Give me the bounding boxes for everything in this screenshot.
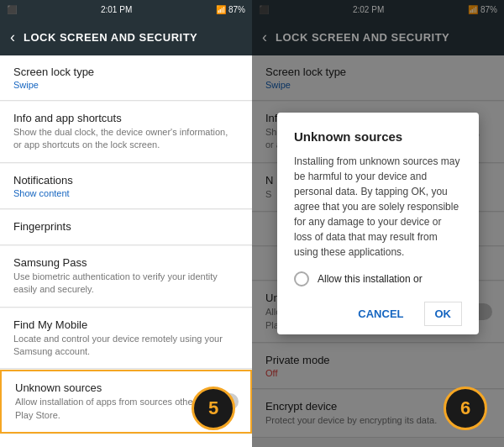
left-back-button[interactable]: ‹: [10, 29, 15, 46]
samsung-pass-desc: Use biometric authentication to verify y…: [13, 271, 239, 297]
private-mode-item[interactable]: Private mode Off: [0, 434, 252, 447]
info-shortcuts-item[interactable]: Info and app shortcuts Show the dual clo…: [0, 102, 252, 163]
dialog-title: Unknown sources: [294, 129, 462, 144]
left-top-bar: ‹ LOCK SCREEN AND SECURITY: [0, 18, 252, 55]
dialog-radio-button[interactable]: [294, 271, 309, 287]
dialog-option-label: Allow this installation or: [318, 273, 423, 285]
left-status-bar: ⬛ 2:01 PM 📶 87%: [0, 0, 252, 18]
notifications-title: Notifications: [13, 174, 239, 187]
dialog-option-row: Allow this installation or: [294, 271, 462, 287]
unknown-sources-dialog: Unknown sources Installing from unknown …: [277, 113, 479, 334]
dialog-overlay: Unknown sources Installing from unknown …: [252, 0, 504, 447]
left-page-title: LOCK SCREEN AND SECURITY: [24, 31, 197, 44]
notifications-item[interactable]: Notifications Show content: [0, 164, 252, 209]
info-shortcuts-desc: Show the dual clock, the device owner's …: [13, 126, 239, 152]
left-status-right: 📶 87%: [216, 5, 245, 14]
samsung-pass-title: Samsung Pass: [13, 256, 239, 269]
dialog-ok-button[interactable]: OK: [424, 302, 463, 326]
dialog-buttons: CANCEL OK: [294, 298, 462, 326]
find-my-mobile-item[interactable]: Find My Mobile Locate and control your d…: [0, 308, 252, 370]
samsung-pass-item[interactable]: Samsung Pass Use biometric authenticatio…: [0, 246, 252, 308]
find-my-mobile-title: Find My Mobile: [13, 318, 239, 331]
find-my-mobile-desc: Locate and control your device remotely …: [13, 333, 239, 359]
screen-lock-type-item[interactable]: Screen lock type Swipe: [0, 55, 252, 101]
info-shortcuts-title: Info and app shortcuts: [13, 112, 239, 124]
left-battery-icon: 📶 87%: [216, 5, 245, 14]
fingerprints-item[interactable]: Fingerprints: [0, 210, 252, 245]
left-panel: ⬛ 2:01 PM 📶 87% ‹ LOCK SCREEN AND SECURI…: [0, 0, 252, 447]
right-panel: ⬛ 2:02 PM 📶 87% ‹ LOCK SCREEN AND SECURI…: [252, 0, 504, 447]
step-badge-6: 6: [444, 387, 487, 430]
screen-lock-type-subtitle: Swipe: [13, 80, 239, 90]
fingerprints-title: Fingerprints: [13, 220, 239, 233]
dialog-text: Installing from unknown sources may be h…: [294, 154, 462, 260]
left-time: 2:01 PM: [101, 5, 132, 14]
left-status-left: ⬛: [7, 5, 17, 14]
dialog-cancel-button[interactable]: CANCEL: [351, 302, 410, 326]
step-badge-5: 5: [192, 387, 235, 430]
notifications-subtitle: Show content: [13, 188, 239, 198]
left-signal-icon: ⬛: [7, 5, 17, 14]
screen-lock-type-title: Screen lock type: [13, 66, 239, 78]
